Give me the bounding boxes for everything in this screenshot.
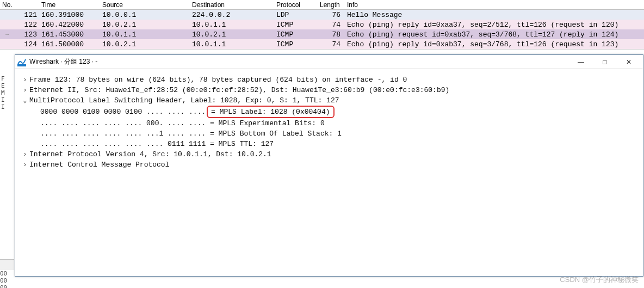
cell-info: Hello Message (345, 11, 644, 19)
tree-fragment-letter: I (1, 103, 14, 111)
window-title: Wireshark · 分组 123 · - (29, 57, 569, 66)
tree-fragment-letter: E (1, 82, 14, 89)
cell-time: 161.453000 (39, 30, 100, 39)
packet-row[interactable]: 121160.39100010.0.0.1224.0.0.2LDP76Hello… (0, 10, 644, 20)
cell-no: 122 (11, 21, 39, 29)
close-button[interactable]: ✕ (617, 56, 641, 68)
cell-length: 76 (318, 11, 345, 19)
tab-strip-fragment (0, 259, 14, 270)
col-header-source[interactable]: Source (100, 1, 190, 9)
cell-source: 10.0.1.1 (100, 30, 190, 39)
hex-offset-fragment: 00 (0, 270, 14, 277)
tree-mpls[interactable]: ⌄MultiProtocol Label Switching Header, L… (21, 95, 637, 106)
packet-row[interactable]: 122160.42200010.0.2.110.0.1.1ICMP74Echo … (0, 20, 644, 29)
packet-list-header: No. Time Source Destination Protocol Len… (0, 0, 644, 10)
tree-fragment-letter: M (1, 89, 14, 96)
cell-destination: 10.0.1.1 (190, 21, 274, 29)
tree-icmp[interactable]: ›Internet Control Message Protocol (21, 160, 637, 170)
cell-destination: 10.0.2.1 (190, 30, 274, 39)
caret-open-icon[interactable]: ⌄ (21, 95, 29, 106)
col-header-protocol[interactable]: Protocol (274, 1, 318, 9)
cell-no: 123 (11, 30, 39, 39)
cell-protocol: ICMP (274, 21, 318, 29)
hex-offset-fragment: 00 (0, 284, 14, 288)
packet-list: No. Time Source Destination Protocol Len… (0, 0, 644, 50)
cell-length: 74 (318, 21, 345, 29)
cell-protocol: ICMP (274, 30, 318, 39)
tree-mpls-exp[interactable]: .... .... .... .... .... 000. .... .... … (21, 118, 637, 128)
cell-protocol: ICMP (274, 40, 318, 48)
highlight-mpls-label: = MPLS Label: 1028 (0x00404) (207, 106, 334, 118)
titlebar[interactable]: Wireshark · 分组 123 · - — □ ✕ (15, 55, 643, 69)
cell-destination: 224.0.0.2 (190, 11, 274, 19)
tree-mpls-bos[interactable]: .... .... .... .... .... ...1 .... .... … (21, 128, 637, 139)
cell-no: 121 (11, 11, 39, 19)
packet-detail-window: Wireshark · 分组 123 · - — □ ✕ ›Frame 123:… (15, 54, 643, 277)
col-header-destination[interactable]: Destination (190, 1, 274, 9)
caret-closed-icon[interactable]: › (21, 75, 29, 85)
wireshark-icon (17, 58, 26, 66)
cell-destination: 10.0.1.1 (190, 40, 274, 48)
tree-mpls-ttl[interactable]: .... .... .... .... .... .... 0111 1111 … (21, 139, 637, 149)
cell-source: 10.0.0.1 (100, 11, 190, 19)
protocol-tree[interactable]: ›Frame 123: 78 bytes on wire (624 bits),… (15, 69, 643, 175)
left-edge-strip: FEMII (0, 54, 14, 288)
tree-fragment-letter: I (1, 96, 14, 103)
packet-row[interactable]: →123161.45300010.0.1.110.0.2.1ICMP78Echo… (0, 29, 644, 39)
related-arrow-icon: → (0, 32, 11, 38)
tree-fragment-letter: F (1, 75, 14, 82)
svg-rect-0 (17, 64, 26, 66)
caret-closed-icon[interactable]: › (21, 160, 29, 170)
cell-info: Echo (ping) reply id=0xab37, seq=3/768, … (345, 40, 644, 48)
tree-ethernet[interactable]: ›Ethernet II, Src: HuaweiTe_ef:28:52 (00… (21, 85, 637, 95)
cell-time: 161.500000 (39, 40, 100, 48)
cell-info: Echo (ping) request id=0xab37, seq=3/768… (345, 30, 644, 39)
watermark: CSDN @竹子的神秘微笑 (560, 275, 639, 285)
cell-protocol: LDP (274, 11, 318, 19)
tree-mpls-label[interactable]: 0000 0000 0100 0000 0100 .... .... .... … (21, 106, 637, 118)
caret-closed-icon[interactable]: › (21, 149, 29, 160)
cell-time: 160.422000 (39, 21, 100, 29)
cell-source: 10.0.2.1 (100, 40, 190, 48)
tree-ip[interactable]: ›Internet Protocol Version 4, Src: 10.0.… (21, 149, 637, 160)
tree-frame[interactable]: ›Frame 123: 78 bytes on wire (624 bits),… (21, 75, 637, 85)
hex-line-fragment: 000000 (0, 270, 14, 288)
cell-length: 78 (318, 30, 345, 39)
cell-info: Echo (ping) reply id=0xaa37, seq=2/512, … (345, 21, 644, 29)
col-header-time[interactable]: Time (39, 1, 100, 9)
caret-closed-icon[interactable]: › (21, 85, 29, 95)
maximize-button[interactable]: □ (593, 56, 617, 68)
cell-length: 74 (318, 40, 345, 48)
col-header-info[interactable]: Info (345, 1, 644, 9)
hex-offset-fragment: 00 (0, 277, 14, 284)
col-header-length[interactable]: Length (318, 1, 345, 9)
cell-no: 124 (11, 40, 39, 48)
minimize-button[interactable]: — (569, 56, 593, 68)
col-header-no[interactable]: No. (0, 1, 39, 9)
cell-source: 10.0.2.1 (100, 21, 190, 29)
packet-row[interactable]: 124161.50000010.0.2.110.0.1.1ICMP74Echo … (0, 39, 644, 49)
cell-time: 160.391000 (39, 11, 100, 19)
